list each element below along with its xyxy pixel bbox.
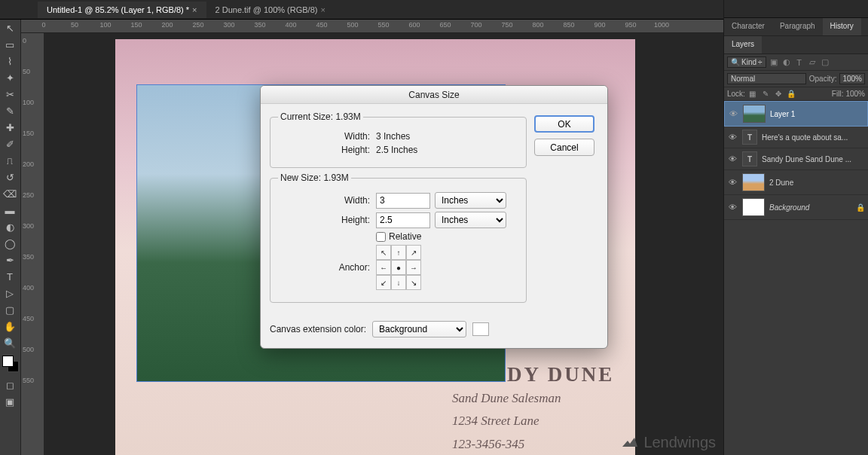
width-unit-select[interactable]: Inches — [435, 192, 506, 209]
type-tool-icon[interactable]: T — [0, 268, 20, 285]
color-swatch[interactable] — [2, 356, 19, 372]
extension-color-swatch[interactable] — [472, 322, 489, 336]
dialog-title: Canvas Size — [261, 86, 607, 104]
layer-thumb[interactable] — [743, 105, 766, 123]
quickmask-icon[interactable]: ◻ — [0, 377, 20, 393]
current-size-value: 1.93M — [335, 111, 360, 122]
layer-thumb[interactable] — [742, 173, 765, 191]
visibility-icon[interactable]: 👁 — [727, 133, 738, 142]
layer-name: Background — [769, 203, 851, 212]
tab-history[interactable]: History — [823, 18, 861, 35]
eyedropper-icon[interactable]: ✎ — [0, 102, 20, 119]
layer-thumb[interactable] — [742, 198, 765, 216]
design-text-address[interactable]: 1234 Street Lane — [452, 414, 539, 429]
anchor-n[interactable]: ↑ — [391, 245, 406, 260]
filter-adjust-icon[interactable]: ◐ — [781, 57, 792, 68]
healing-brush-icon[interactable]: ✚ — [0, 119, 20, 136]
filter-pixel-icon[interactable]: ▣ — [769, 57, 779, 68]
dodge-tool-icon[interactable]: ◯ — [0, 235, 20, 252]
extension-color-label: Canvas extension color: — [270, 324, 366, 334]
doc-tab-2[interactable]: 2 Dune.tif @ 100% (RGB/8)× — [206, 2, 335, 18]
width-input[interactable] — [376, 193, 430, 209]
ruler-vertical[interactable]: 050100150200250300350400450500550 — [21, 33, 44, 455]
design-text-phone[interactable]: 123-3456-345 — [452, 437, 524, 452]
height-unit-select[interactable]: Inches — [435, 212, 506, 228]
anchor-e[interactable]: → — [406, 260, 421, 275]
layer-row[interactable]: 👁 Background 🔒 — [724, 195, 868, 220]
layer-filter-kind[interactable]: 🔍 Kind ÷ — [727, 56, 766, 68]
filter-shape-icon[interactable]: ▱ — [807, 57, 818, 68]
lock-icon: 🔒 — [856, 203, 865, 212]
anchor-ne[interactable]: ↗ — [406, 245, 421, 260]
gradient-tool-icon[interactable]: ▬ — [0, 202, 20, 218]
anchor-c[interactable]: ● — [391, 260, 406, 275]
height-input[interactable] — [376, 212, 430, 228]
relative-label: Relative — [389, 231, 421, 242]
screen-mode-icon[interactable]: ▣ — [0, 393, 20, 410]
close-icon[interactable]: × — [192, 5, 197, 14]
width-label: Width: — [278, 195, 376, 206]
layer-row[interactable]: 👁 T Sandy Dune Sand Dune ... — [724, 148, 868, 170]
width-label: Width: — [278, 131, 376, 142]
blur-tool-icon[interactable]: ◐ — [0, 218, 20, 235]
tab-paragraph[interactable]: Paragraph — [772, 18, 823, 35]
brush-tool-icon[interactable]: ✐ — [0, 136, 20, 152]
magic-wand-icon[interactable]: ✦ — [0, 69, 20, 86]
extension-color-select[interactable]: Background — [372, 321, 466, 337]
blend-mode-select[interactable]: Normal — [727, 73, 806, 84]
layer-thumb[interactable]: T — [742, 130, 757, 145]
visibility-icon[interactable]: 👁 — [727, 203, 738, 212]
relative-checkbox[interactable] — [376, 232, 386, 242]
layer-row[interactable]: 👁 Layer 1 — [724, 101, 868, 127]
layer-list: 👁 Layer 1 👁 T Here's a quote about sa...… — [724, 101, 868, 220]
shape-tool-icon[interactable]: ▢ — [0, 301, 20, 318]
cancel-button[interactable]: Cancel — [534, 139, 594, 156]
lock-position-icon[interactable]: ✥ — [773, 90, 784, 98]
close-icon[interactable]: × — [320, 5, 325, 14]
marquee-tool-icon[interactable]: ▭ — [0, 36, 20, 53]
layer-name: Layer 1 — [770, 110, 864, 118]
layer-row[interactable]: 👁 T Here's a quote about sa... — [724, 127, 868, 148]
filter-smart-icon[interactable]: ▢ — [820, 57, 830, 68]
lock-pixels-icon[interactable]: ✎ — [760, 90, 771, 98]
path-tool-icon[interactable]: ▷ — [0, 285, 20, 301]
lock-all-icon[interactable]: 🔒 — [786, 90, 796, 98]
fg-color-icon[interactable] — [2, 356, 14, 367]
new-size-group: New Size: 1.93M Width: Inches Height: In… — [270, 173, 527, 303]
visibility-icon[interactable]: 👁 — [727, 154, 738, 163]
lasso-tool-icon[interactable]: ⌇ — [0, 53, 20, 69]
doc-tab-1[interactable]: Untitled-1 @ 85.2% (Layer 1, RGB/8) *× — [38, 2, 206, 18]
ok-button[interactable]: OK — [534, 115, 594, 133]
fill-value[interactable]: 100% — [845, 90, 865, 98]
lock-label: Lock: — [727, 90, 745, 98]
design-text-name[interactable]: DY DUNE — [507, 363, 614, 386]
anchor-w[interactable]: ← — [376, 260, 391, 275]
opacity-value[interactable]: 100% — [839, 73, 865, 84]
current-size-label: Current Size: — [280, 111, 333, 122]
tab-character[interactable]: Character — [724, 18, 772, 35]
move-tool-icon[interactable]: ↖ — [0, 20, 20, 36]
anchor-nw[interactable]: ↖ — [376, 245, 391, 260]
right-panels: Character Paragraph History Layers 🔍 Kin… — [723, 0, 868, 455]
stamp-tool-icon[interactable]: ⎍ — [0, 152, 20, 169]
filter-type-icon[interactable]: T — [794, 57, 805, 68]
zoom-tool-icon[interactable]: 🔍 — [0, 334, 20, 351]
layer-row[interactable]: 👁 2 Dune — [724, 170, 868, 195]
anchor-se[interactable]: ↘ — [406, 275, 421, 290]
lock-transparency-icon[interactable]: ▦ — [747, 90, 758, 98]
layer-name: Here's a quote about sa... — [762, 133, 865, 142]
crop-tool-icon[interactable]: ✂ — [0, 86, 20, 102]
ruler-horizontal[interactable]: 0501001502002503003504004505005506006507… — [21, 20, 723, 33]
eraser-tool-icon[interactable]: ⌫ — [0, 185, 20, 202]
anchor-sw[interactable]: ↙ — [376, 275, 391, 290]
pen-tool-icon[interactable]: ✒ — [0, 252, 20, 268]
anchor-s[interactable]: ↓ — [391, 275, 406, 290]
tab-layers[interactable]: Layers — [724, 36, 762, 53]
design-text-title[interactable]: Sand Dune Salesman — [452, 391, 561, 406]
visibility-icon[interactable]: 👁 — [728, 109, 738, 118]
layer-thumb[interactable]: T — [742, 151, 757, 166]
history-brush-icon[interactable]: ↺ — [0, 169, 20, 185]
visibility-icon[interactable]: 👁 — [727, 178, 738, 187]
hand-tool-icon[interactable]: ✋ — [0, 318, 20, 334]
panel-tabs-layers: Layers — [724, 36, 868, 54]
